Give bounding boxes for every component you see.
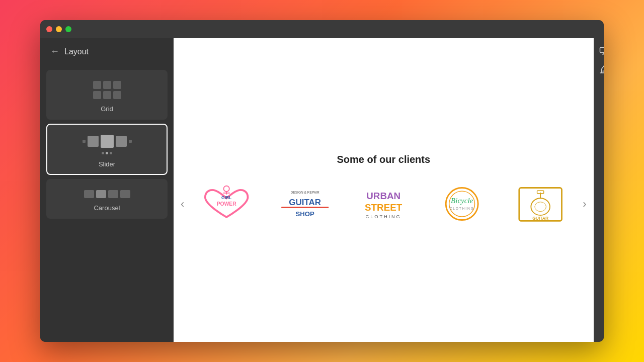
clients-carousel: ‹ GIRL POWER bbox=[174, 182, 594, 227]
svg-text:GUITAR: GUITAR bbox=[289, 198, 321, 207]
svg-text:SHOP: SHOP bbox=[296, 210, 315, 217]
browser-titlebar bbox=[40, 20, 604, 38]
svg-text:CLOTHING: CLOTHING bbox=[366, 213, 401, 219]
traffic-light-green[interactable] bbox=[65, 26, 71, 32]
right-toolbar bbox=[594, 38, 604, 342]
svg-text:POWER: POWER bbox=[217, 201, 237, 207]
grid-label: Grid bbox=[101, 105, 113, 113]
svg-text:URBAN: URBAN bbox=[366, 191, 400, 201]
slider-label: Slider bbox=[99, 160, 115, 168]
svg-text:STREET: STREET bbox=[365, 202, 403, 212]
slider-icon bbox=[83, 135, 132, 154]
main-content: Some of our clients ‹ GIRL POWER bbox=[174, 38, 594, 342]
grid-icon bbox=[93, 81, 121, 99]
svg-rect-22 bbox=[600, 47, 604, 53]
browser-window: ← Layout Grid bbox=[40, 20, 604, 342]
layout-card-slider[interactable]: Slider bbox=[46, 124, 168, 175]
logo-urban-street: URBAN STREET CLOTHING bbox=[348, 182, 419, 227]
clients-title: Some of our clients bbox=[337, 154, 431, 165]
layout-card-grid[interactable]: Grid bbox=[46, 70, 168, 120]
logo-bicycle: Bicycle CLOTHING bbox=[427, 182, 497, 227]
clients-section: Some of our clients ‹ GIRL POWER bbox=[174, 154, 594, 227]
svg-rect-7 bbox=[281, 207, 329, 208]
carousel-label: Carousel bbox=[94, 204, 120, 212]
layout-card-carousel[interactable]: Carousel bbox=[46, 179, 168, 219]
paint-icon[interactable] bbox=[595, 61, 604, 78]
back-button[interactable]: ← bbox=[50, 46, 59, 57]
sidebar-title: Layout bbox=[64, 47, 89, 56]
sidebar-items: Grid bbox=[40, 65, 174, 224]
svg-text:CLOTHING: CLOTHING bbox=[450, 206, 474, 210]
traffic-light-yellow[interactable] bbox=[56, 26, 62, 32]
svg-point-2 bbox=[224, 186, 229, 191]
sidebar: ← Layout Grid bbox=[40, 38, 174, 342]
carousel-icon bbox=[84, 190, 130, 198]
svg-point-17 bbox=[531, 198, 550, 215]
svg-text:GUITAR: GUITAR bbox=[532, 215, 548, 220]
logo-guitar-box: GUITAR bbox=[505, 182, 576, 227]
svg-text:Bicycle: Bicycle bbox=[451, 196, 473, 204]
monitor-icon[interactable] bbox=[595, 42, 604, 59]
logo-guitar-shop: DESIGN & REPAIR GUITAR SHOP bbox=[270, 182, 340, 227]
sidebar-header: ← Layout bbox=[40, 38, 174, 65]
traffic-light-red[interactable] bbox=[46, 26, 52, 32]
carousel-prev-button[interactable]: ‹ bbox=[174, 193, 191, 216]
carousel-next-button[interactable]: › bbox=[576, 193, 593, 216]
browser-body: ← Layout Grid bbox=[40, 38, 604, 342]
svg-point-18 bbox=[535, 202, 546, 211]
logo-girl-power: GIRL POWER bbox=[191, 182, 262, 227]
svg-text:GIRL: GIRL bbox=[221, 195, 231, 200]
svg-text:DESIGN & REPAIR: DESIGN & REPAIR bbox=[291, 190, 320, 194]
clients-logos: GIRL POWER DESIGN & REPAIR GUIT bbox=[191, 182, 576, 227]
